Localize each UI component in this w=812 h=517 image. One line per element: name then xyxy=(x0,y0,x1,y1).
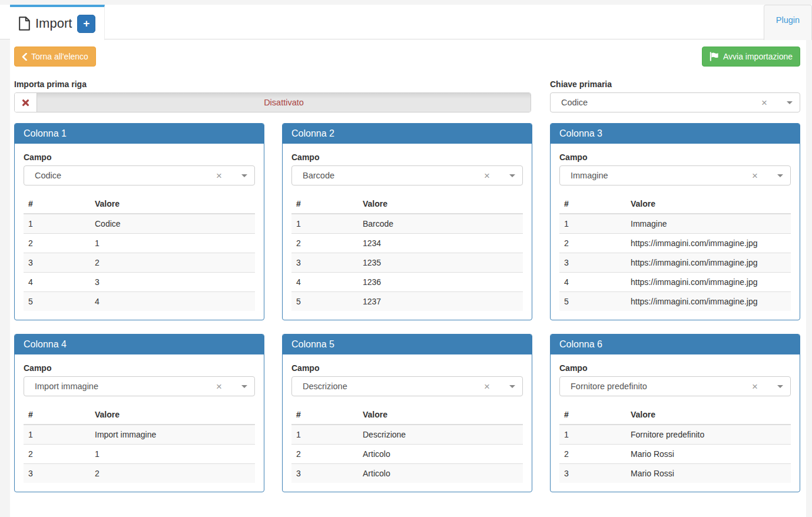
table-header-row: # Valore xyxy=(559,405,791,425)
column-panel: Colonna 3 Campo Immagine × # Valore 1Imm… xyxy=(550,123,800,320)
row-value: 1235 xyxy=(358,253,523,273)
main-content: Torna all'elenco Avvia importazione Impo… xyxy=(10,39,806,517)
row-value: Fornitore predefinito xyxy=(626,425,791,445)
field-select[interactable]: Fornitore predefinito × xyxy=(559,376,791,396)
row-value: 1234 xyxy=(358,234,523,253)
field-label: Campo xyxy=(559,153,791,162)
toggle-off-handle[interactable] xyxy=(15,93,37,112)
file-icon xyxy=(19,16,30,31)
clear-selection-icon[interactable]: × xyxy=(752,382,758,392)
row-index: 1 xyxy=(559,214,626,234)
field-select[interactable]: Import immagine × xyxy=(24,376,255,396)
index-column-header: # xyxy=(291,194,358,214)
table-row: 51237 xyxy=(291,292,523,311)
row-index: 3 xyxy=(559,253,626,273)
row-value: Codice xyxy=(90,214,255,234)
index-column-header: # xyxy=(24,405,90,425)
top-tab-bar: Import + Plugin xyxy=(0,0,812,39)
row-value: https://immagini.com/immagine.jpg xyxy=(626,292,791,311)
import-first-row-toggle[interactable]: Disattivato xyxy=(14,92,531,112)
row-index: 3 xyxy=(24,253,90,273)
row-value: 3 xyxy=(90,273,255,292)
row-value: 2 xyxy=(90,464,255,483)
field-select[interactable]: Descrizione × xyxy=(291,376,523,396)
import-first-row-label: Importa prima riga xyxy=(14,79,531,89)
table-row: 2Mario Rossi xyxy=(559,445,791,464)
table-row: 2https://immagini.com/immagine.jpg xyxy=(559,234,791,253)
row-index: 4 xyxy=(291,273,358,292)
table-row: 21234 xyxy=(291,234,523,253)
row-index: 1 xyxy=(291,214,358,234)
table-row: 1Barcode xyxy=(291,214,523,234)
column-panel-body: Campo Barcode × # Valore 1Barcode2123431… xyxy=(283,144,532,320)
back-to-list-button[interactable]: Torna all'elenco xyxy=(14,47,96,67)
field-label: Campo xyxy=(291,153,523,162)
chevron-down-icon xyxy=(509,385,515,391)
tab-import[interactable]: Import + xyxy=(10,5,105,40)
clear-selection-icon[interactable]: × xyxy=(216,171,222,181)
add-import-button[interactable]: + xyxy=(77,15,95,33)
row-index: 2 xyxy=(24,234,90,253)
row-value: https://immagini.com/immagine.jpg xyxy=(626,253,791,273)
toggle-state-label: Disattivato xyxy=(37,93,531,112)
value-column-header: Valore xyxy=(358,405,523,425)
row-index: 3 xyxy=(559,464,626,483)
primary-key-label: Chiave primaria xyxy=(550,79,800,89)
chevron-left-icon xyxy=(22,53,27,61)
table-row: 1Immagine xyxy=(559,214,791,234)
clear-selection-icon[interactable]: × xyxy=(216,382,222,392)
column-panel-body: Campo Codice × # Valore 1Codice21324354 xyxy=(15,144,264,320)
field-select[interactable]: Barcode × xyxy=(291,165,523,185)
index-column-header: # xyxy=(559,405,626,425)
row-value: https://immagini.com/immagine.jpg xyxy=(626,273,791,292)
value-column-header: Valore xyxy=(90,405,255,425)
clear-selection-icon[interactable]: × xyxy=(752,171,758,181)
field-select-value: Fornitore predefinito xyxy=(571,382,647,391)
table-header-row: # Valore xyxy=(291,405,523,425)
column-panel-body: Campo Fornitore predefinito × # Valore 1… xyxy=(551,354,800,492)
row-value: Import immagine xyxy=(90,425,255,445)
primary-key-select[interactable]: Codice × xyxy=(550,92,800,112)
tab-plugin-link[interactable]: Plugin xyxy=(776,15,800,40)
column-panel: Colonna 1 Campo Codice × # Valore 1Codic… xyxy=(14,123,264,320)
primary-key-value: Codice xyxy=(561,98,588,107)
table-row: 4https://immagini.com/immagine.jpg xyxy=(559,273,791,292)
field-select-value: Descrizione xyxy=(303,382,347,391)
column-panel: Colonna 4 Campo Import immagine × # Valo… xyxy=(14,334,264,492)
table-row: 31235 xyxy=(291,253,523,273)
values-table: # Valore 1Codice21324354 xyxy=(24,194,255,311)
table-row: 21 xyxy=(24,234,255,253)
clear-selection-icon[interactable]: × xyxy=(484,171,490,181)
row-index: 5 xyxy=(559,292,626,311)
row-index: 5 xyxy=(24,292,90,311)
field-select-value: Codice xyxy=(35,171,61,180)
columns-grid: Colonna 1 Campo Codice × # Valore 1Codic… xyxy=(14,123,800,492)
column-panel-title: Colonna 6 xyxy=(551,334,800,354)
tab-plugin[interactable]: Plugin xyxy=(764,5,812,40)
table-row: 1Descrizione xyxy=(291,425,523,445)
start-import-label: Avvia importazione xyxy=(723,52,793,61)
row-index: 5 xyxy=(291,292,358,311)
primary-key-group: Chiave primaria Codice × xyxy=(550,79,800,112)
field-select[interactable]: Codice × xyxy=(24,165,255,185)
column-panel-title: Colonna 3 xyxy=(551,124,800,144)
table-row: 54 xyxy=(24,292,255,311)
red-cross-icon xyxy=(22,99,29,107)
clear-selection-icon[interactable]: × xyxy=(484,382,490,392)
start-import-button[interactable]: Avvia importazione xyxy=(702,47,800,67)
row-index: 1 xyxy=(24,425,90,445)
row-index: 4 xyxy=(24,273,90,292)
table-row: 3Mario Rossi xyxy=(559,464,791,483)
column-panel-body: Campo Descrizione × # Valore 1Descrizion… xyxy=(283,354,532,492)
row-value: Barcode xyxy=(358,214,523,234)
clear-selection-icon[interactable]: × xyxy=(761,98,767,108)
chevron-down-icon xyxy=(509,174,515,180)
table-header-row: # Valore xyxy=(291,194,523,214)
row-index: 2 xyxy=(559,445,626,464)
row-index: 3 xyxy=(291,253,358,273)
field-select[interactable]: Immagine × xyxy=(559,165,791,185)
row-value: 1237 xyxy=(358,292,523,311)
table-header-row: # Valore xyxy=(559,194,791,214)
column-panel-title: Colonna 4 xyxy=(15,334,264,354)
chevron-down-icon xyxy=(787,101,793,107)
